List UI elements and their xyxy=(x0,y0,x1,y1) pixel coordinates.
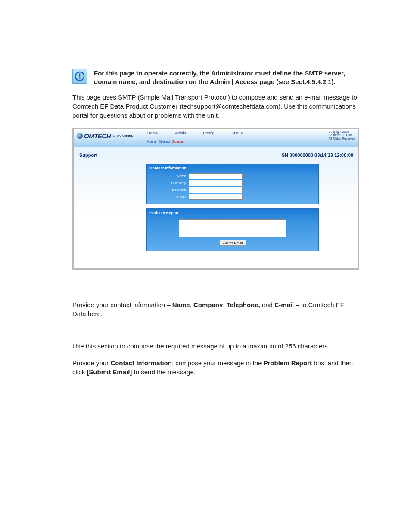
logo-text: OMTECH xyxy=(84,132,111,140)
submit-email-button[interactable]: Submit Email xyxy=(219,240,246,246)
logo-subtext: EF DATA ■■■■■. xyxy=(113,134,133,137)
notice-block: For this page to operate correctly, the … xyxy=(72,69,359,87)
text: , xyxy=(190,301,193,308)
company-field[interactable] xyxy=(189,180,243,186)
problem-report-panel: Problem Report Submit Email xyxy=(146,208,319,251)
breadcrumb-support[interactable]: Support xyxy=(172,140,184,143)
text: Provide your xyxy=(72,359,110,367)
bold-telephone: Telephone, xyxy=(227,301,260,308)
panel-title: Contact Information xyxy=(147,164,318,173)
bold-problem-report: Problem Report xyxy=(263,359,312,367)
label-email: E-mail xyxy=(149,195,186,199)
copyright-line: All Rights Reserved xyxy=(329,137,355,140)
form-row-telephone: Telephone xyxy=(147,187,318,193)
bold-company: Company xyxy=(193,301,223,308)
label-telephone: Telephone xyxy=(149,188,186,192)
text: to send the message. xyxy=(132,368,196,376)
logo: OMTECH EF DATA ■■■■■. xyxy=(77,131,133,140)
info-icon xyxy=(72,69,87,84)
text: , xyxy=(223,301,226,308)
notice-text: For this page to operate correctly, the … xyxy=(94,69,359,87)
contact-info-panel: Contact Information Name Company Telepho… xyxy=(146,164,319,204)
form-row-email: E-mail xyxy=(147,193,318,200)
footer-rule xyxy=(72,467,359,467)
panel-title: Problem Report xyxy=(147,209,318,218)
breadcrumb-home[interactable]: Home xyxy=(147,140,156,143)
label-company: Company xyxy=(149,181,186,185)
breadcrumb-contact[interactable]: Contact xyxy=(159,140,171,143)
bold-contact-info: Contact Information xyxy=(110,359,172,367)
email-field[interactable] xyxy=(189,194,243,200)
copyright-block: Copyright 2009 Comtech EF Data All Right… xyxy=(329,130,355,141)
logo-globe-icon xyxy=(77,133,83,139)
copyright-line: Copyright 2009 xyxy=(329,130,355,134)
embedded-screenshot: OMTECH EF DATA ■■■■■. Home Admin Config … xyxy=(72,128,359,270)
problem-report-textarea[interactable] xyxy=(179,219,286,237)
text: ; compose your message in the xyxy=(172,359,264,367)
intro-paragraph: This page uses SMTP (Simple Mail Transpo… xyxy=(72,93,359,120)
nav-status[interactable]: Status xyxy=(232,131,243,135)
spacer xyxy=(147,200,318,204)
page-title: Support xyxy=(79,152,97,158)
form-row-name: Name xyxy=(147,173,318,180)
copyright-line: Comtech EF Data xyxy=(329,134,355,137)
spacer xyxy=(72,326,359,342)
app-header: OMTECH EF DATA ■■■■■. Home Admin Config … xyxy=(74,129,358,147)
contact-info-para: Provide your contact information – Name,… xyxy=(72,300,359,318)
nav-config[interactable]: Config xyxy=(203,131,215,135)
telephone-field[interactable] xyxy=(189,187,243,193)
text: Provide your contact information – xyxy=(72,301,172,308)
nav-home[interactable]: Home xyxy=(147,131,158,135)
bold-submit-email: [Submit Email] xyxy=(87,368,132,376)
bold-email: E-mail xyxy=(274,301,294,308)
label-name: Name xyxy=(149,174,186,178)
bold-name: Name xyxy=(172,301,190,308)
text: and xyxy=(260,301,274,308)
top-nav: Home Admin Config Status xyxy=(147,131,243,135)
svg-point-2 xyxy=(79,78,81,79)
nav-admin[interactable]: Admin xyxy=(175,131,186,135)
form-row-company: Company xyxy=(147,180,318,187)
problem-report-para: Use this section to compose the required… xyxy=(72,342,359,351)
name-field[interactable] xyxy=(189,173,243,179)
app-body: Support SN 000000000 08/14/13 12:00:00 C… xyxy=(74,147,358,268)
status-text: SN 000000000 08/14/13 12:00:00 xyxy=(282,152,353,158)
document-page: For this page to operate correctly, the … xyxy=(0,0,411,505)
submit-wrap: Submit Email xyxy=(147,240,318,247)
breadcrumb: Home| Contact| Support xyxy=(147,140,184,143)
title-bar: Support SN 000000000 08/14/13 12:00:00 xyxy=(78,150,354,164)
instructions-para: Provide your Contact Information; compos… xyxy=(72,358,359,376)
